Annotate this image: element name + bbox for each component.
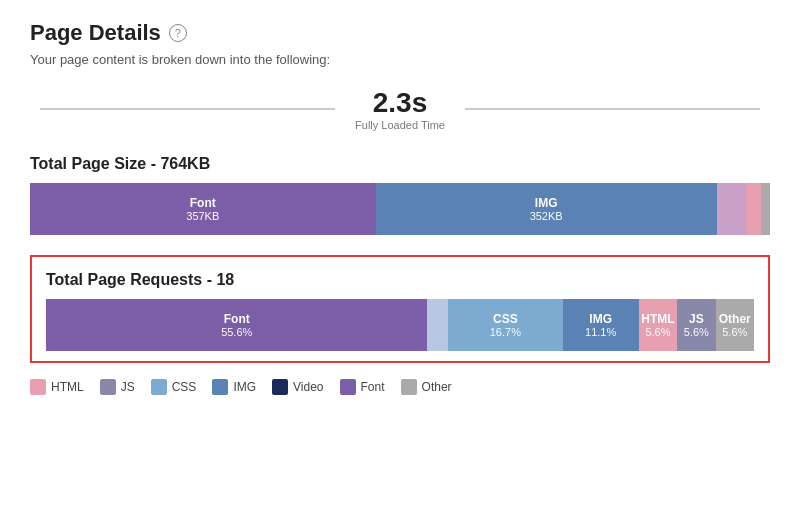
legend-item: JS — [100, 379, 135, 395]
page-size-segment — [761, 183, 770, 235]
requests-segment: CSS16.7% — [448, 299, 563, 351]
legend-item: IMG — [212, 379, 256, 395]
seg-label: Font — [190, 196, 216, 210]
legend: HTMLJSCSSIMGVideoFontOther — [30, 379, 770, 395]
legend-label: Font — [361, 380, 385, 394]
legend-label: Video — [293, 380, 323, 394]
seg-label: Other — [719, 312, 751, 326]
legend-item: HTML — [30, 379, 84, 395]
subtitle: Your page content is broken down into th… — [30, 52, 770, 67]
requests-bar: Font55.6%CSS16.7%IMG11.1%HTML5.6%JS5.6%O… — [46, 299, 754, 351]
help-icon[interactable]: ? — [169, 24, 187, 42]
page-size-segment — [746, 183, 761, 235]
legend-color — [340, 379, 356, 395]
loaded-line-right — [465, 108, 760, 110]
legend-color — [30, 379, 46, 395]
requests-segment: IMG11.1% — [563, 299, 639, 351]
seg-value: 55.6% — [221, 326, 252, 338]
seg-value: 5.6% — [722, 326, 747, 338]
page-title: Page Details — [30, 20, 161, 46]
legend-item: Other — [401, 379, 452, 395]
page-size-title: Total Page Size - 764KB — [30, 155, 770, 173]
legend-label: HTML — [51, 380, 84, 394]
requests-segment: HTML5.6% — [639, 299, 677, 351]
legend-label: JS — [121, 380, 135, 394]
requests-segment: JS5.6% — [677, 299, 715, 351]
seg-label: HTML — [641, 312, 674, 326]
legend-label: Other — [422, 380, 452, 394]
requests-title: Total Page Requests - 18 — [46, 271, 754, 289]
page-size-segment — [717, 183, 747, 235]
loaded-time-section: 2.3s Fully Loaded Time — [30, 87, 770, 131]
seg-value: 16.7% — [490, 326, 521, 338]
seg-label: CSS — [493, 312, 518, 326]
legend-color — [151, 379, 167, 395]
page-size-segment: IMG352KB — [376, 183, 717, 235]
page-size-segment: Font357KB — [30, 183, 376, 235]
requests-segment — [427, 299, 448, 351]
loaded-line-left — [40, 108, 335, 110]
legend-color — [212, 379, 228, 395]
seg-label: JS — [689, 312, 704, 326]
requests-segment: Font55.6% — [46, 299, 427, 351]
legend-item: Video — [272, 379, 323, 395]
legend-item: CSS — [151, 379, 197, 395]
seg-value: 5.6% — [645, 326, 670, 338]
seg-value: 5.6% — [684, 326, 709, 338]
seg-value: 352KB — [530, 210, 563, 222]
legend-item: Font — [340, 379, 385, 395]
legend-color — [401, 379, 417, 395]
loaded-center: 2.3s Fully Loaded Time — [335, 87, 465, 131]
seg-label: IMG — [589, 312, 612, 326]
requests-section: Total Page Requests - 18 Font55.6%CSS16.… — [30, 255, 770, 363]
legend-color — [100, 379, 116, 395]
seg-label: Font — [224, 312, 250, 326]
page-size-bar: Font357KBIMG352KB — [30, 183, 770, 235]
seg-label: IMG — [535, 196, 558, 210]
seg-value: 11.1% — [585, 326, 616, 338]
legend-color — [272, 379, 288, 395]
legend-label: IMG — [233, 380, 256, 394]
loaded-label: Fully Loaded Time — [355, 119, 445, 131]
page-title-row: Page Details ? — [30, 20, 770, 46]
seg-value: 357KB — [186, 210, 219, 222]
loaded-value: 2.3s — [355, 87, 445, 119]
requests-segment: Other5.6% — [716, 299, 754, 351]
legend-label: CSS — [172, 380, 197, 394]
